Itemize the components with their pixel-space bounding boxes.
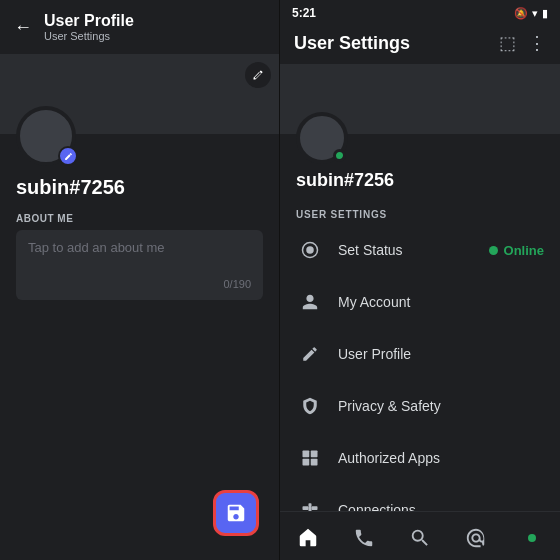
status-bar: 5:21 🔕 ▾ ▮ (280, 0, 560, 24)
about-me-counter: 0/190 (28, 278, 251, 290)
status-dot (528, 534, 536, 542)
svg-point-1 (306, 246, 314, 254)
authorized-apps-icon (296, 444, 324, 472)
svg-rect-7 (312, 506, 318, 510)
right-header: User Settings ⬚ ⋮ (280, 24, 560, 64)
about-me-box[interactable]: Tap to add an about me 0/190 (16, 230, 263, 300)
bottom-nav-calls[interactable] (336, 520, 392, 556)
left-subtitle: User Settings (44, 30, 134, 42)
svg-rect-10 (309, 507, 312, 511)
right-username: subin#7256 (280, 164, 560, 201)
left-panel: ← User Profile User Settings subin#7256 … (0, 0, 280, 560)
my-account-label: My Account (338, 294, 544, 310)
svg-rect-4 (303, 459, 310, 466)
svg-rect-8 (309, 503, 312, 507)
bottom-nav-search[interactable] (392, 520, 448, 556)
bottom-nav-status[interactable] (504, 520, 560, 556)
edit-banner-button[interactable] (245, 62, 271, 88)
right-title: User Settings (294, 33, 410, 54)
account-icon (296, 288, 324, 316)
settings-item-my-account[interactable]: My Account (280, 276, 560, 328)
edit-avatar-button[interactable] (58, 146, 78, 166)
left-header: ← User Profile User Settings (0, 0, 279, 54)
avatar-area (16, 106, 76, 166)
user-profile-label: User Profile (338, 346, 544, 362)
exit-icon[interactable]: ⬚ (499, 32, 516, 54)
more-options-icon[interactable]: ⋮ (528, 32, 546, 54)
svg-rect-6 (303, 506, 309, 510)
right-header-icons: ⬚ ⋮ (499, 32, 546, 54)
username: subin#7256 (16, 176, 125, 198)
bottom-nav (280, 511, 560, 560)
set-status-label: Set Status (338, 242, 489, 258)
about-me-placeholder: Tap to add an about me (28, 240, 251, 255)
connections-icon (296, 496, 324, 511)
right-content: subin#7256 USER SETTINGS Set Status Onli… (280, 64, 560, 511)
status-time: 5:21 (292, 6, 316, 20)
settings-item-authorized-apps[interactable]: Authorized Apps (280, 432, 560, 484)
battery-icon: ▮ (542, 7, 548, 20)
privacy-safety-label: Privacy & Safety (338, 398, 544, 414)
settings-item-privacy-safety[interactable]: Privacy & Safety (280, 380, 560, 432)
wifi-icon: ▾ (532, 7, 538, 20)
right-avatar-area (296, 112, 348, 164)
svg-rect-2 (303, 451, 310, 458)
status-icon (296, 236, 324, 264)
status-icons: 🔕 ▾ ▮ (514, 7, 548, 20)
about-me-label: ABOUT ME (16, 213, 263, 224)
svg-rect-5 (311, 459, 318, 466)
username-section: subin#7256 (0, 166, 279, 203)
mute-icon: 🔕 (514, 7, 528, 20)
svg-rect-3 (311, 451, 318, 458)
settings-item-set-status[interactable]: Set Status Online (280, 224, 560, 276)
online-dot-small (489, 246, 498, 255)
save-button[interactable] (213, 490, 259, 536)
user-settings-section-label: USER SETTINGS (280, 201, 560, 224)
settings-item-connections[interactable]: Connections (280, 484, 560, 511)
set-status-right: Online (489, 243, 544, 258)
bottom-nav-mentions[interactable] (448, 520, 504, 556)
about-me-section: ABOUT ME Tap to add an about me 0/190 (0, 203, 279, 310)
left-title: User Profile (44, 12, 134, 30)
shield-icon (296, 392, 324, 420)
right-panel: 5:21 🔕 ▾ ▮ User Settings ⬚ ⋮ subin#7256 … (280, 0, 560, 560)
online-indicator (333, 149, 346, 162)
online-badge: Online (504, 243, 544, 258)
connections-label: Connections (338, 502, 544, 511)
settings-item-user-profile[interactable]: User Profile (280, 328, 560, 380)
user-profile-icon (296, 340, 324, 368)
left-header-text: User Profile User Settings (44, 12, 134, 42)
authorized-apps-label: Authorized Apps (338, 450, 544, 466)
bottom-nav-home[interactable] (280, 520, 336, 556)
back-button[interactable]: ← (14, 17, 32, 38)
